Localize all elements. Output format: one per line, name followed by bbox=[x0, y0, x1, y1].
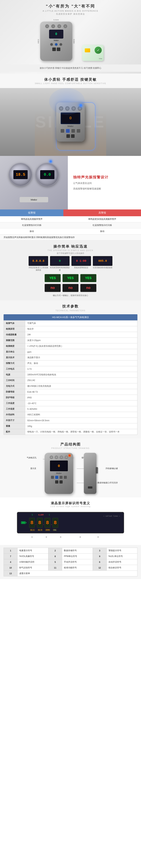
dim-right: 9.2cm bbox=[73, 39, 75, 43]
tech-label-2: 检测原理 bbox=[4, 326, 25, 332]
sym-num-11: 11 bbox=[48, 565, 62, 571]
sym-text-10: 秒气识别符号 bbox=[17, 565, 48, 571]
lcd-right-label-1: ← callout lines → bbox=[104, 515, 120, 517]
alarm-row-3: 振动 振动 bbox=[0, 228, 141, 235]
features-title-en: SMALL LIGHT HAND FEEL COMFORTABLE BUTTON… bbox=[5, 83, 136, 85]
device-image-main: 0 hhdcr bbox=[40, 22, 72, 61]
symbol-row-4: 10 秒气识别符号 11 校准功能符号 12 组合标识符号 bbox=[4, 565, 137, 571]
hero-tagline-en: A LITTLE ACTION MAKES A BIG DIFFERENCE bbox=[0, 10, 141, 12]
hero-tagline-cn: "小"有所为 "大"有不同 bbox=[0, 4, 141, 9]
tech-table: 检测气体可燃气体 检测原理电化学 传感器数量2种 测量范围浓度:0-20ppm … bbox=[4, 320, 137, 435]
callout-4: ④ bbox=[79, 536, 81, 538]
side-power-btn[interactable] bbox=[96, 467, 98, 473]
lcd-bottom-labels: AL-L AL-H ZERO CAL bbox=[30, 529, 57, 531]
tech-label-1: 检测气体 bbox=[4, 320, 25, 326]
callout-2: ② bbox=[45, 536, 47, 538]
yes-col-1: YES bbox=[45, 274, 61, 282]
alarm-row-2-right: 红蓝报警指示灯闪烁 bbox=[63, 222, 141, 228]
no-col-1: no bbox=[45, 284, 61, 292]
sym-num-8: 8 bbox=[48, 554, 62, 559]
tech-value-13: Exib IIB T3 bbox=[25, 389, 137, 395]
sym-num-3: 3 bbox=[93, 548, 107, 554]
callout-3: ③ bbox=[60, 536, 61, 538]
lcd-main-digits: 8 . 8 . 8 . 8 bbox=[29, 518, 58, 528]
lcd-digit-3: 8 bbox=[45, 518, 50, 528]
sym-text-12: 组合标识符号 bbox=[107, 565, 137, 571]
tech-value-8: 声光、振动 bbox=[25, 361, 137, 366]
lcd-digit-4: 8 bbox=[52, 518, 58, 528]
yes-display-3: YES bbox=[80, 274, 96, 282]
tech-row-4: 测量范围浓度:0-20ppm bbox=[4, 338, 137, 343]
hero-desc: 迷你小巧的外形 和银行卡比较超来竟然差不几 轻巧便携 轻握即心 bbox=[0, 64, 141, 72]
lcd-meaning-title-en: LCD screen loge symbol meaning bbox=[4, 505, 137, 507]
features-title-cn: 体小质轻 手感舒适 按键灵敏 bbox=[5, 77, 136, 82]
operation-section: 操作简单 响应迅速 THE OPERATION IS SIMPLE AND QU… bbox=[0, 241, 141, 300]
struct-label-power: 开机键/确认键 bbox=[105, 467, 118, 470]
tech-label-17: 外壳材料 bbox=[4, 412, 25, 418]
tech-label-9: 工作电压 bbox=[4, 366, 25, 372]
device-buttons bbox=[50, 43, 63, 46]
sym-num-7: 7 bbox=[4, 554, 17, 559]
card-image: ✓ VISA bbox=[82, 45, 104, 61]
struct-brand: hhdcr bbox=[56, 472, 62, 474]
symbol-row-2: 7 %VOL高爆符号 8 PPM单位符号 9 %LEL单位符号 bbox=[4, 554, 137, 559]
tech-value-15: -10~40°C bbox=[25, 401, 137, 406]
tech-row-12: 充电方式微USB接口充电充电电源 bbox=[4, 383, 137, 389]
tech-label-3: 传感器数量 bbox=[4, 332, 25, 338]
device-sensor-2 bbox=[57, 48, 60, 51]
operation-title-sub: 按下开机键即可进行人性化操作 bbox=[4, 252, 137, 255]
tech-value-3: 2种 bbox=[25, 332, 137, 338]
lcd-right-labels: ← callout lines → bbox=[104, 515, 120, 517]
callout-1: ① bbox=[31, 536, 33, 538]
callout-area: ① ② ③ ④ ⑤ bbox=[4, 536, 137, 541]
lcd-label-zero: ZERO bbox=[45, 529, 50, 531]
alarm-row-3-left: 振动 bbox=[0, 228, 63, 235]
lcd-meaning-section: 液晶显示屏标识符号意义 LCD screen loge symbol meani… bbox=[0, 497, 141, 545]
tech-label-16: 工作湿度 bbox=[4, 406, 25, 412]
device-btn-2[interactable] bbox=[55, 43, 58, 46]
lcd-label-c: C bbox=[49, 514, 50, 516]
tech-row-15: 工作温度-10~40°C bbox=[4, 401, 137, 406]
alarm-row-1-left: 蜂鸣器低高测频率警声 bbox=[0, 216, 63, 222]
alert-section: 18.5 0.0 hhdcr 独特声光振报警设计 让气体浓度在达到 高低报警值时… bbox=[0, 156, 141, 210]
tech-value-16: 5~80%RH bbox=[25, 406, 137, 412]
sym-num-9: 9 bbox=[93, 554, 107, 559]
tech-row-2: 检测原理电化学 bbox=[4, 326, 137, 332]
alert-device-side: 18.5 0.0 hhdcr bbox=[0, 156, 68, 210]
sym-text-3: 警报提示符号 bbox=[107, 548, 137, 554]
lcd-digit-2: 8 bbox=[37, 518, 43, 528]
features-section: 体小质轻 手感舒适 按键灵敏 SMALL LIGHT HAND FEEL COM… bbox=[0, 73, 141, 88]
lcd-display-1: 8.8.8.8 bbox=[29, 256, 48, 266]
tech-label-12: 充电方式 bbox=[4, 383, 25, 389]
symbol-row-1: 1 电量显示符号 2 数据存储符号 3 警报提示符号 bbox=[4, 548, 137, 554]
device-btn-1[interactable] bbox=[50, 43, 53, 46]
structure-section: 产品结构图 PRODUCT STRUCTURE DRAWING 气体检压孔 显示… bbox=[0, 438, 141, 497]
structure-image-area: 气体检压孔 显示灵 0 hhdcr bbox=[4, 453, 137, 494]
sym-text-11: 校准功能符号 bbox=[62, 565, 93, 571]
lcd-display-4: 005.0 bbox=[93, 256, 112, 266]
lcd-dot-3: . bbox=[51, 522, 52, 526]
page-wrapper: "小"有所为 "大"有不同 A LITTLE ACTION MAKES A BI… bbox=[0, 0, 141, 579]
alarm-row-2: 红蓝报警指示灯闪烁 红蓝报警指示灯闪烁 bbox=[0, 222, 141, 228]
tech-row-9: 工作电压3.7V bbox=[4, 366, 137, 372]
hero-images: 5.0cm 3.3cm 0 hhdcr bbox=[0, 16, 141, 64]
hero-section: "小"有所为 "大"有不同 A LITTLE ACTION MAKES A BI… bbox=[0, 0, 141, 73]
sym-num-4: 4 bbox=[4, 559, 17, 565]
sym-text-13: 虚显示菜单 bbox=[17, 571, 137, 577]
operation-title-cn: 操作简单 响应迅速 bbox=[4, 244, 137, 249]
op-col-2: 0 有充裕宽裕时间供检测进度 bbox=[50, 256, 70, 271]
tech-row-18: 外形尺寸92mm×58mm×28.5mm bbox=[4, 418, 137, 423]
yes-display-2: YES bbox=[63, 274, 78, 282]
tech-value-10: 1800mAH可充电锂合电标电池 bbox=[25, 372, 137, 378]
op-col-3: 0 1:00 高低浓度警报设定 bbox=[71, 256, 91, 271]
tech-section: 技术参数 TECHNICAL PARAMETERS HG-MCH-HS系一体多气… bbox=[0, 300, 141, 438]
tech-row-19: 重量165g bbox=[4, 423, 137, 429]
alarm-row-2-left: 红蓝报警指示灯闪烁 bbox=[0, 222, 63, 228]
lcd-screen-area: S ALARM C 8 . 8 bbox=[4, 510, 137, 535]
sym-text-2: 数据存储符号 bbox=[62, 548, 93, 554]
tech-label-8: 报警方式 bbox=[4, 361, 25, 366]
device-number: 0 bbox=[55, 32, 57, 36]
device-btn-3[interactable] bbox=[59, 43, 63, 46]
lcd-label-alarm: ALARM bbox=[38, 514, 43, 516]
struct-label-display: 显示灵 bbox=[30, 467, 36, 470]
